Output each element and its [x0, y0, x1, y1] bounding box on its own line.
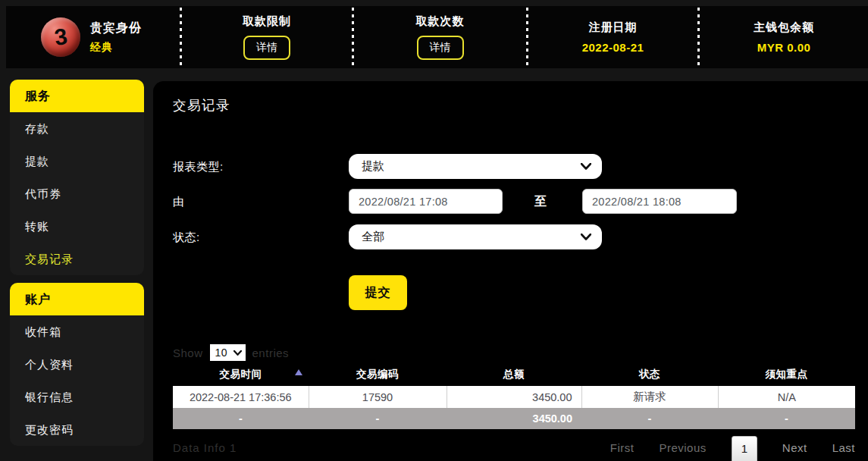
cell-transaction-code: 17590 — [309, 386, 447, 408]
sidebar-header-account: 账户 — [10, 283, 144, 315]
top-header: 3 贵宾身份 经典 取款限制 详情 取款次数 详情 注册日期 2022-08-2… — [6, 6, 868, 68]
total-cell: - — [718, 408, 855, 429]
wallet-balance-section: 主钱包余额 MYR 0.00 — [700, 6, 868, 68]
register-date-label: 注册日期 — [589, 20, 638, 35]
chevron-down-icon — [233, 350, 242, 356]
pagination-next[interactable]: Next — [782, 441, 807, 454]
column-header-remark[interactable]: 须知重点 — [718, 362, 855, 386]
vip-status-section: 3 贵宾身份 经典 — [6, 6, 180, 68]
pagination-current-page[interactable]: 1 — [732, 436, 757, 461]
withdraw-count-label: 取款次数 — [416, 14, 465, 29]
sidebar: 服务 存款 提款 代币券 转账 交易记录 账户 收件箱 个人资料 银行信息 更改… — [10, 80, 144, 453]
sort-asc-icon — [295, 369, 302, 375]
sidebar-section-account: 账户 收件箱 个人资料 银行信息 更改密码 — [10, 283, 144, 446]
total-cell: - — [581, 408, 718, 429]
vip-status-label: 贵宾身份 — [90, 20, 142, 36]
column-header-status[interactable]: 状态 — [581, 362, 718, 386]
entries-count-select[interactable]: 10 — [210, 344, 246, 361]
show-label: Show — [173, 347, 203, 359]
sidebar-item-transfer[interactable]: 转账 — [10, 210, 144, 243]
page-title: 交易记录 — [173, 96, 230, 114]
total-amount-cell: 3450.00 — [447, 408, 581, 429]
entries-count-value: 10 — [215, 347, 228, 359]
column-header-amount[interactable]: 总额 — [447, 362, 581, 386]
cell-amount: 3450.00 — [447, 386, 581, 408]
cell-status: 新请求 — [581, 386, 718, 408]
sidebar-section-services: 服务 存款 提款 代币券 转账 交易记录 — [10, 80, 144, 275]
cell-transaction-time: 2022-08-21 17:36:56 — [173, 386, 309, 408]
table-footer-bar: Data Info 1 First Previous 1 Next Last — [173, 436, 855, 461]
data-info-text: Data Info 1 — [173, 441, 237, 454]
entries-label: entries — [252, 347, 290, 359]
sidebar-item-change-password[interactable]: 更改密码 — [10, 413, 144, 446]
report-type-label: 报表类型: — [173, 154, 224, 179]
total-cell: - — [309, 408, 447, 429]
table-row: 2022-08-21 17:36:56 17590 3450.00 新请求 N/… — [173, 386, 855, 408]
report-type-value: 提款 — [362, 159, 581, 174]
wallet-balance-value: MYR 0.00 — [757, 41, 811, 54]
withdraw-count-section: 取款次数 详情 — [354, 6, 526, 68]
chevron-down-icon — [581, 234, 591, 240]
sidebar-item-withdraw[interactable]: 提款 — [10, 145, 144, 177]
status-value: 全部 — [362, 230, 581, 244]
sidebar-header-services: 服务 — [10, 80, 144, 112]
submit-button[interactable]: 提交 — [349, 275, 407, 310]
withdraw-limit-section: 取款限制 详情 — [182, 6, 352, 68]
date-to-label: 至 — [534, 189, 547, 214]
status-label: 状态: — [173, 224, 200, 249]
sidebar-item-inbox[interactable]: 收件箱 — [10, 315, 144, 348]
withdraw-limit-label: 取款限制 — [243, 14, 291, 29]
withdraw-limit-detail-button[interactable]: 详情 — [243, 36, 290, 60]
date-to-input[interactable] — [582, 189, 737, 214]
vip-tier-label: 经典 — [90, 41, 142, 55]
withdraw-count-detail-button[interactable]: 详情 — [417, 36, 464, 60]
column-header-code[interactable]: 交易编码 — [309, 362, 447, 386]
pagination-previous[interactable]: Previous — [659, 441, 706, 454]
sidebar-item-deposit[interactable]: 存款 — [10, 112, 144, 145]
total-cell: - — [173, 408, 309, 429]
pagination: First Previous 1 Next Last — [610, 436, 855, 461]
cell-remark: N/A — [718, 386, 855, 408]
date-from-input[interactable] — [349, 189, 503, 214]
vip-level-badge: 3 — [41, 17, 80, 57]
chevron-down-icon — [581, 163, 591, 170]
register-date-value: 2022-08-21 — [582, 41, 644, 54]
status-select[interactable]: 全部 — [349, 224, 602, 249]
show-entries-control: Show 10 entries — [173, 344, 289, 361]
vip-level-number: 3 — [52, 24, 68, 51]
sidebar-item-bank-info[interactable]: 银行信息 — [10, 381, 144, 413]
sidebar-item-transaction-history[interactable]: 交易记录 — [10, 243, 144, 275]
transactions-table: 交易时间 交易编码 总额 状态 须知重点 2022-08-21 17:36:56… — [173, 362, 855, 429]
wallet-balance-label: 主钱包余额 — [754, 20, 814, 35]
table-header-row: 交易时间 交易编码 总额 状态 须知重点 — [173, 362, 855, 386]
register-date-section: 注册日期 2022-08-21 — [528, 6, 697, 68]
date-from-label: 由 — [173, 189, 185, 214]
pagination-last[interactable]: Last — [832, 441, 855, 454]
main-panel: 交易记录 报表类型: 提款 由 至 状态: 全部 提交 Show 10 entr… — [153, 81, 868, 461]
sidebar-item-profile[interactable]: 个人资料 — [10, 348, 144, 381]
pagination-first[interactable]: First — [610, 441, 635, 454]
column-header-time[interactable]: 交易时间 — [173, 362, 309, 386]
sidebar-item-voucher[interactable]: 代币券 — [10, 177, 144, 210]
report-type-select[interactable]: 提款 — [349, 154, 602, 179]
table-total-row: - - 3450.00 - - — [173, 408, 855, 429]
